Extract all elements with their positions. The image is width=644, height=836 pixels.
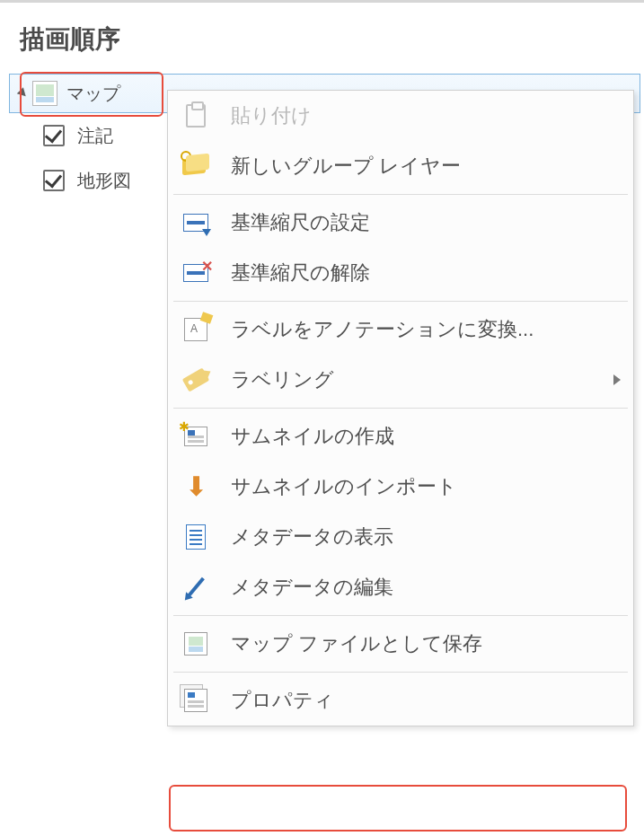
menu-separator — [173, 408, 628, 409]
panel-top-border — [0, 0, 644, 3]
context-menu: 貼り付け 新しいグループ レイヤー 基準縮尺の設定 ✕ 基準縮尺の解除 ラベルを… — [167, 90, 634, 726]
callout-highlight-properties — [169, 785, 627, 832]
labeling-icon — [181, 365, 211, 395]
menu-separator — [173, 615, 628, 616]
layer-visibility-checkbox[interactable] — [43, 170, 65, 191]
menu-item-label: サムネイルのインポート — [231, 473, 621, 500]
tree-node-label: 地形図 — [77, 169, 131, 193]
save-map-file-icon — [181, 629, 211, 659]
submenu-arrow-icon — [613, 374, 621, 385]
menu-item-labeling[interactable]: ラベリング — [168, 355, 633, 405]
menu-item-new-group-layer[interactable]: 新しいグループ レイヤー — [168, 141, 633, 191]
menu-item-paste: 貼り付け — [168, 91, 633, 141]
group-layer-icon — [181, 151, 211, 181]
menu-item-label: プロパティ — [231, 687, 621, 714]
edit-metadata-icon — [181, 572, 211, 603]
menu-item-label: マップ ファイルとして保存 — [231, 630, 621, 657]
menu-item-view-metadata[interactable]: メタデータの表示 — [168, 512, 633, 562]
menu-separator — [173, 194, 628, 195]
menu-item-label: サムネイルの作成 — [231, 423, 621, 450]
expand-collapse-icon[interactable] — [17, 87, 29, 99]
menu-item-label: 基準縮尺の解除 — [231, 260, 621, 286]
clear-reference-scale-icon: ✕ — [181, 258, 211, 288]
menu-item-label: 新しいグループ レイヤー — [231, 153, 621, 180]
annotation-icon — [181, 314, 211, 345]
menu-item-save-as-map-file[interactable]: マップ ファイルとして保存 — [168, 619, 633, 669]
menu-separator — [173, 301, 628, 302]
reference-scale-icon — [181, 207, 211, 238]
map-icon — [32, 81, 57, 106]
view-metadata-icon — [181, 522, 211, 552]
paste-icon — [181, 101, 211, 131]
menu-separator — [173, 672, 628, 673]
menu-item-label: メタデータの編集 — [231, 574, 621, 601]
menu-item-label: ラベリング — [231, 366, 613, 393]
menu-item-import-thumbnail[interactable]: ⬇ サムネイルのインポート — [168, 462, 633, 512]
menu-item-label: 貼り付け — [231, 102, 621, 129]
menu-item-label: ラベルをアノテーションに変換... — [231, 316, 621, 343]
import-thumbnail-icon: ⬇ — [181, 471, 211, 502]
tree-node-label: マップ — [66, 82, 120, 106]
panel-title: 描画順序 — [20, 22, 120, 57]
create-thumbnail-icon: ✱ — [181, 421, 211, 452]
menu-item-labels-to-annotation[interactable]: ラベルをアノテーションに変換... — [168, 304, 633, 355]
menu-item-clear-reference-scale[interactable]: ✕ 基準縮尺の解除 — [168, 248, 633, 298]
menu-item-label: 基準縮尺の設定 — [231, 209, 621, 236]
tree-node-label: 注記 — [77, 124, 113, 148]
menu-item-set-reference-scale[interactable]: 基準縮尺の設定 — [168, 198, 633, 248]
menu-item-properties[interactable]: プロパティ — [168, 675, 633, 726]
menu-item-label: メタデータの表示 — [231, 524, 621, 550]
properties-icon — [181, 685, 211, 716]
menu-item-create-thumbnail[interactable]: ✱ サムネイルの作成 — [168, 411, 633, 462]
menu-item-edit-metadata[interactable]: メタデータの編集 — [168, 562, 633, 612]
layer-visibility-checkbox[interactable] — [43, 125, 65, 146]
